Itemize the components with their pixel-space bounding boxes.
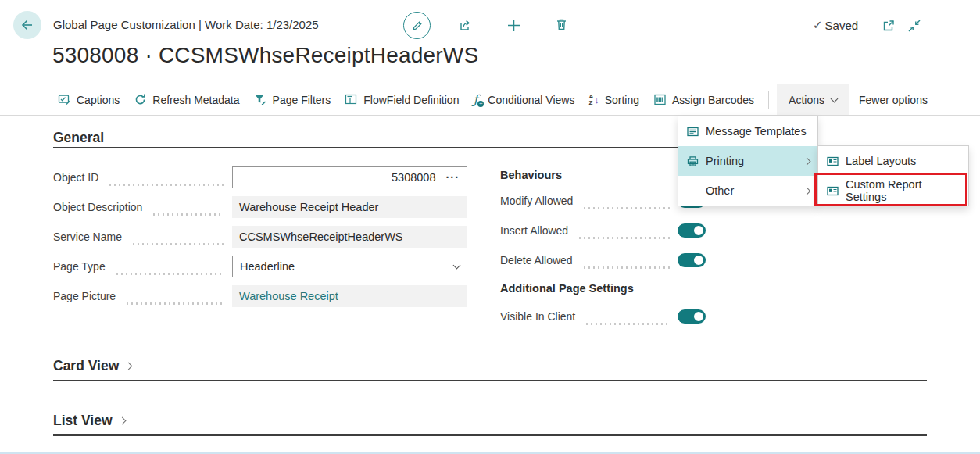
saved-label: Saved: [825, 19, 859, 32]
collapse-button[interactable]: [907, 19, 921, 33]
edit-pencil-icon: [411, 20, 424, 32]
label-layouts-label: Label Layouts: [846, 155, 916, 167]
general-section-heading[interactable]: General: [53, 130, 104, 146]
page-picture-label: Page Picture: [53, 290, 116, 302]
page-type-label: Page Type: [53, 260, 106, 273]
message-templates-label: Message Templates: [706, 125, 807, 138]
assign-barcodes-button[interactable]: Assign Barcodes: [653, 93, 754, 106]
back-button[interactable]: [13, 11, 41, 39]
insert-allowed-label: Insert Allowed: [500, 224, 568, 237]
sorting-button[interactable]: AZ↓ Sorting: [588, 94, 639, 106]
insert-allowed-toggle[interactable]: [678, 223, 706, 238]
object-id-input[interactable]: 5308008 ···: [232, 166, 467, 188]
actions-label: Actions: [789, 94, 824, 106]
new-plus-icon: [506, 17, 522, 34]
list-view-rule: [53, 434, 927, 436]
delete-trash-icon: [554, 17, 569, 32]
function-icon: ƒ+: [473, 94, 482, 106]
share-icon: [457, 18, 473, 34]
general-heading-label: General: [53, 130, 104, 146]
general-fields-left: Object ID 5308008 ··· Object Description…: [53, 163, 467, 311]
toggle-row-visible-in-client: Visible In Client: [500, 302, 706, 331]
actions-menu-button[interactable]: Actions: [777, 84, 849, 115]
field-row-service-name: Service Name CCSMSWhseReceiptHeaderWS: [53, 222, 467, 252]
field-row-page-type: Page Type Headerline: [53, 252, 467, 281]
message-templates-icon: [686, 125, 699, 138]
filter-edit-icon: [254, 93, 267, 106]
captions-icon: [58, 93, 71, 106]
behaviours-heading: Behaviours: [500, 164, 706, 186]
dotted-leader: [131, 243, 224, 245]
menu-item-message-templates[interactable]: Message Templates: [678, 116, 817, 146]
toggle-row-delete-allowed: Delete Allowed: [500, 245, 706, 275]
flowfield-definition-button[interactable]: FlowField Definition: [345, 93, 459, 106]
report-card-icon: [826, 155, 839, 168]
dotted-leader: [125, 302, 224, 305]
captions-label: Captions: [77, 94, 120, 106]
service-name-label: Service Name: [53, 231, 122, 243]
card-view-rule: [53, 380, 927, 381]
refresh-metadata-button[interactable]: Refresh Metadata: [134, 93, 239, 106]
delete-button[interactable]: [554, 17, 569, 32]
fewer-options-button[interactable]: Fewer options: [859, 94, 928, 106]
fewer-options-label: Fewer options: [859, 94, 928, 106]
object-description-value: Warehouse Receipt Header: [239, 201, 378, 213]
card-view-section-heading[interactable]: Card View: [53, 358, 131, 374]
popout-button[interactable]: [882, 19, 896, 33]
page-picture-field: Warehouse Receipt: [232, 285, 467, 307]
additional-page-settings-heading: Additional Page Settings: [500, 275, 706, 302]
dotted-leader: [582, 266, 670, 269]
new-button[interactable]: [506, 17, 522, 34]
flowfield-icon: [345, 93, 358, 106]
refresh-metadata-label: Refresh Metadata: [152, 94, 239, 106]
saved-check-icon: ✓: [813, 18, 823, 32]
chevron-right-icon: [118, 417, 126, 425]
other-label: Other: [706, 184, 734, 197]
chevron-right-icon: [125, 363, 133, 370]
object-description-label: Object Description: [53, 201, 142, 213]
page-picture-link[interactable]: Warehouse Receipt: [239, 290, 338, 302]
toggle-row-insert-allowed: Insert Allowed: [500, 216, 706, 245]
visible-in-client-toggle[interactable]: [678, 309, 706, 324]
list-view-section-heading[interactable]: List View: [53, 413, 125, 429]
breadcrumb: Global Page Customization | Work Date: 1…: [53, 18, 319, 31]
modify-allowed-label: Modify Allowed: [500, 195, 573, 207]
dotted-leader: [152, 213, 224, 216]
dotted-leader: [115, 273, 224, 275]
service-name-value: CCSMSWhseReceiptHeaderWS: [239, 231, 403, 243]
conditional-views-button[interactable]: ƒ+ Conditional Views: [473, 94, 574, 106]
printing-label: Printing: [706, 155, 744, 167]
submenu-item-label-layouts[interactable]: Label Layouts: [818, 146, 968, 176]
assign-barcodes-label: Assign Barcodes: [672, 94, 754, 106]
edit-button[interactable]: [403, 12, 431, 39]
list-view-heading-label: List View: [53, 413, 113, 429]
printing-submenu: Label Layouts Custom Report Settings: [817, 145, 969, 206]
chevron-down-icon: [453, 262, 461, 270]
save-status: ✓ Saved: [813, 18, 858, 32]
card-view-heading-label: Card View: [53, 358, 119, 374]
toolbar-divider: [768, 91, 769, 109]
submenu-chevron-icon: [803, 187, 811, 195]
collapse-arrows-icon: [907, 19, 921, 33]
share-button[interactable]: [457, 18, 473, 34]
menu-item-other[interactable]: Other: [678, 176, 817, 206]
submenu-chevron-icon: [803, 157, 811, 165]
field-row-object-id: Object ID 5308008 ···: [53, 163, 467, 192]
captions-button[interactable]: Captions: [58, 93, 120, 106]
delete-allowed-toggle[interactable]: [678, 253, 706, 267]
field-row-object-description: Object Description Warehouse Receipt Hea…: [53, 192, 467, 222]
submenu-item-custom-report-settings[interactable]: Custom Report Settings: [818, 176, 968, 206]
chevron-down-icon: [831, 95, 839, 102]
general-fields-right: Behaviours Modify Allowed Insert Allowed…: [500, 164, 706, 331]
popout-icon: [882, 19, 896, 33]
visible-in-client-label: Visible In Client: [500, 310, 575, 323]
page-filters-button[interactable]: Page Filters: [254, 93, 331, 106]
sorting-label: Sorting: [605, 94, 639, 106]
page-type-select[interactable]: Headerline: [232, 256, 467, 277]
toggle-row-modify-allowed: Modify Allowed: [500, 186, 706, 216]
dotted-leader: [578, 237, 670, 239]
object-description-field: Warehouse Receipt Header: [232, 196, 467, 218]
assist-edit-button[interactable]: ···: [446, 171, 460, 184]
menu-item-printing[interactable]: Printing: [678, 146, 817, 176]
page-filters-label: Page Filters: [273, 94, 331, 106]
